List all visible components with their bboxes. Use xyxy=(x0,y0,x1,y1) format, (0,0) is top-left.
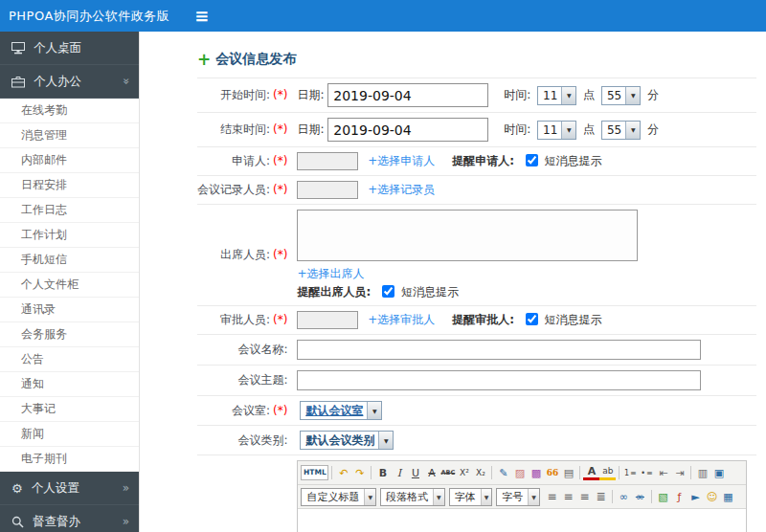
outdent-icon[interactable]: ⇤ xyxy=(655,464,671,482)
form-row-meeting-category: 会议类别: 默认会议类别▼ xyxy=(197,426,756,455)
unordered-list-icon[interactable]: •≡ xyxy=(639,464,655,482)
sidebar-item[interactable]: 电子期刊 xyxy=(0,447,139,472)
end-hour-select[interactable]: 11▼ xyxy=(537,121,576,140)
chevron-down-icon: » xyxy=(119,78,132,84)
sidebar-item[interactable]: 通讯录 xyxy=(0,298,139,322)
sidebar-item[interactable]: 会务服务 xyxy=(0,322,139,347)
underline-icon[interactable]: U xyxy=(407,464,423,482)
fullscreen-icon[interactable]: ▣ xyxy=(710,464,727,482)
separator xyxy=(331,466,332,479)
sidebar-item[interactable]: 日程安排 xyxy=(0,173,139,198)
sidebar-item-office[interactable]: 个人办公 » xyxy=(0,65,139,99)
sidebar-item[interactable]: 手机短信 xyxy=(0,248,139,273)
chevron-down-icon: ▼ xyxy=(364,489,375,505)
required-marker: (*) xyxy=(273,248,287,261)
end-date-input[interactable] xyxy=(327,118,488,142)
size-select[interactable]: 字号▼ xyxy=(496,488,540,506)
select-attendees-link[interactable]: +选择出席人 xyxy=(297,267,364,280)
approver-input[interactable] xyxy=(297,311,358,329)
editor-content[interactable] xyxy=(298,509,746,532)
start-minute-select[interactable]: 55▼ xyxy=(601,86,641,105)
indent-icon[interactable]: ⇥ xyxy=(671,464,687,482)
meeting-name-input[interactable] xyxy=(297,340,701,360)
flash-icon[interactable]: ƒ xyxy=(671,488,687,506)
subscript-icon[interactable]: X₂ xyxy=(472,464,488,482)
sidebar-item[interactable]: 大事记 xyxy=(0,397,139,422)
sidebar-item[interactable]: 消息管理 xyxy=(0,123,139,148)
strikethrough-icon[interactable]: A xyxy=(423,464,439,482)
html-source-icon[interactable]: HTML xyxy=(301,465,328,480)
text-color-icon[interactable]: A xyxy=(583,465,599,480)
field-label: 开始时间: xyxy=(220,88,270,101)
sidebar-item-supervision[interactable]: 督查督办 » xyxy=(0,505,139,532)
start-hour-select[interactable]: 11▼ xyxy=(537,86,576,105)
app-title: PHPOA协同办公软件政务版 xyxy=(9,8,169,25)
end-minute-select[interactable]: 55▼ xyxy=(601,121,641,140)
font-select[interactable]: 字体▼ xyxy=(449,488,493,506)
table-icon[interactable]: ▦ xyxy=(720,488,736,506)
sidebar-item[interactable]: 通知 xyxy=(0,372,139,397)
blockquote-icon[interactable]: 66 xyxy=(544,464,560,482)
align-right-icon[interactable]: ≡ xyxy=(576,488,593,506)
unlink-icon[interactable]: ∞ xyxy=(632,488,648,506)
select-value: 11 xyxy=(538,89,561,102)
select-applicant-link[interactable]: +选择申请人 xyxy=(368,154,435,167)
applicant-input[interactable] xyxy=(297,152,358,170)
sidebar-item-settings[interactable]: ⚙ 个人设置 » xyxy=(0,472,139,505)
sidebar-item[interactable]: 个人文件柜 xyxy=(0,273,139,298)
sidebar: 个人桌面 个人办公 » 在线考勤消息管理内部邮件日程安排工作日志工作计划手机短信… xyxy=(0,32,140,532)
dropdown-label: 字号 xyxy=(502,490,523,504)
select-recorder-link[interactable]: +选择记录员 xyxy=(368,183,435,196)
align-center-icon[interactable]: ≡ xyxy=(560,488,576,506)
format-brush-icon[interactable]: ✎ xyxy=(495,464,511,482)
sms-remind-checkbox[interactable] xyxy=(526,313,538,325)
select-approver-link[interactable]: +选择审批人 xyxy=(368,313,435,326)
sms-remind-checkbox[interactable] xyxy=(382,285,394,298)
superscript-icon[interactable]: X² xyxy=(456,464,472,482)
sidebar-item[interactable]: 工作计划 xyxy=(0,223,139,248)
link-icon[interactable]: ∞ xyxy=(616,488,632,506)
dropdown-label: 字体 xyxy=(455,490,476,504)
emoticon-icon[interactable]: ☺ xyxy=(704,488,720,506)
paragraph-select[interactable]: 段落格式▼ xyxy=(380,488,445,506)
required-marker: (*) xyxy=(273,404,287,417)
sidebar-item[interactable]: 工作日志 xyxy=(0,198,139,223)
image-icon[interactable]: ▧ xyxy=(655,488,671,506)
sidebar-item-desktop[interactable]: 个人桌面 xyxy=(0,32,139,65)
sidebar-item[interactable]: 在线考勤 xyxy=(0,99,139,123)
sidebar-header-label: 个人桌面 xyxy=(34,40,81,56)
sidebar-item[interactable]: 公告 xyxy=(0,347,139,372)
italic-icon[interactable]: I xyxy=(391,464,407,482)
redo-icon[interactable]: ↷ xyxy=(351,464,368,482)
chevron-down-icon: ▼ xyxy=(528,489,539,505)
bold-icon[interactable]: B xyxy=(374,464,391,482)
remove-format-icon[interactable]: ABC xyxy=(439,464,456,482)
heading-select[interactable]: 自定义标题▼ xyxy=(301,488,376,506)
meeting-subject-input[interactable] xyxy=(297,370,701,390)
select-value: 默认会议室 xyxy=(301,403,367,419)
ordered-list-icon[interactable]: 1≡ xyxy=(622,464,639,482)
meeting-category-select[interactable]: 默认会议类别▼ xyxy=(300,431,394,450)
attendees-textarea[interactable] xyxy=(297,210,638,261)
undo-icon[interactable]: ↶ xyxy=(335,464,351,482)
preview-icon[interactable]: ▥ xyxy=(694,464,710,482)
media-icon[interactable]: ► xyxy=(687,488,704,506)
start-date-input[interactable] xyxy=(327,83,488,107)
sidebar-item[interactable]: 新闻 xyxy=(0,422,139,447)
remind-attendees-label: 提醒出席人员: xyxy=(297,285,371,299)
form-row-recorder: 会议记录人员:(*) +选择记录员 xyxy=(197,176,756,205)
align-left-icon[interactable]: ≡ xyxy=(544,488,560,506)
eraser-icon[interactable]: ▨ xyxy=(511,464,528,482)
recorder-input[interactable] xyxy=(297,181,358,199)
briefcase-icon xyxy=(11,76,25,88)
field-label: 会议类别: xyxy=(237,433,287,447)
code-icon[interactable]: ▤ xyxy=(560,464,576,482)
highlight-color-icon[interactable]: ab xyxy=(599,465,616,480)
required-marker: (*) xyxy=(273,154,287,167)
hamburger-icon[interactable]: ≡ xyxy=(194,8,209,25)
sms-remind-checkbox[interactable] xyxy=(526,154,538,166)
align-justify-icon[interactable]: ≣ xyxy=(593,488,609,506)
palette-icon[interactable]: ▩ xyxy=(528,464,544,482)
meeting-room-select[interactable]: 默认会议室▼ xyxy=(300,401,382,420)
sidebar-item[interactable]: 内部邮件 xyxy=(0,148,139,173)
